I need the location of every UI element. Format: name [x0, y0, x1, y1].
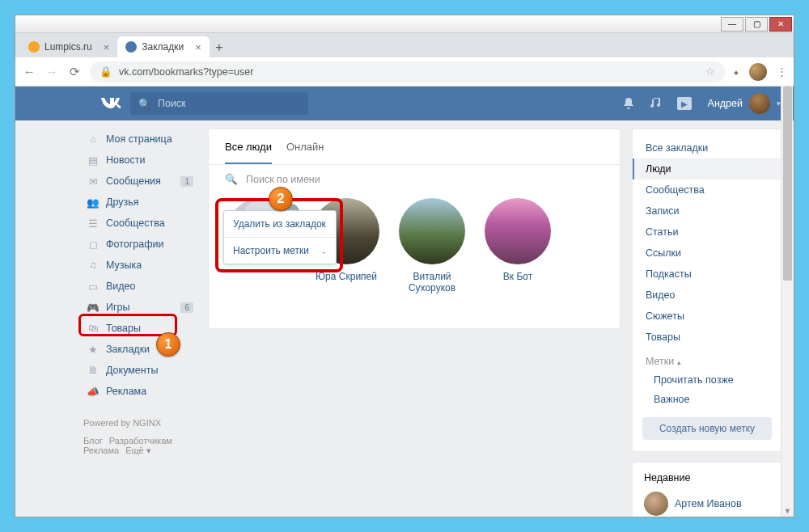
star-icon: ★ — [87, 343, 100, 356]
favicon-icon — [28, 41, 40, 53]
tab-all-people[interactable]: Все люди — [225, 141, 272, 164]
star-icon[interactable]: ☆ — [705, 65, 715, 78]
nav-friends[interactable]: 👥Друзья — [83, 192, 197, 213]
nav-my-page[interactable]: ⌂Моя страница — [83, 129, 197, 150]
browser-menu-icon[interactable]: ⋮ — [777, 65, 787, 78]
filter-links[interactable]: Ссылки — [633, 243, 781, 264]
annotation-callout-1: 1 — [156, 332, 180, 357]
tab-title: Закладки — [142, 41, 184, 53]
person-name: Вк Бот — [503, 271, 532, 282]
browser-tabs: Lumpics.ru × Закладки × + — [15, 33, 794, 57]
filter-video[interactable]: Видео — [633, 285, 781, 306]
ads-icon: 📣 — [87, 385, 100, 398]
window-maximize-button[interactable]: ▢ — [745, 17, 768, 32]
avatar — [749, 93, 770, 114]
back-icon[interactable]: ← — [22, 65, 36, 78]
window-close-button[interactable]: ✕ — [769, 17, 792, 32]
person-name: Виталий Сухоруков — [409, 271, 455, 293]
recent-name: Артем Иванов — [675, 498, 742, 509]
nav-music[interactable]: ♫Музыка — [83, 255, 197, 276]
filter-stories[interactable]: Сюжеты — [633, 306, 781, 327]
recent-item[interactable]: Артем Иванов — [644, 492, 770, 516]
nav-label: Друзья — [106, 196, 139, 208]
news-icon: ▤ — [87, 154, 100, 167]
vk-logo-icon[interactable] — [100, 96, 122, 111]
scrollbar-thumb[interactable] — [783, 87, 792, 281]
nav-groups[interactable]: ☰Сообщества — [83, 213, 197, 234]
bell-icon[interactable] — [622, 97, 635, 110]
nav-label: Новости — [106, 154, 145, 166]
tags-section-title[interactable]: Метки ▴ — [633, 348, 781, 370]
browser-tab-bookmarks[interactable]: Закладки × — [117, 36, 210, 57]
browser-tab-lumpics[interactable]: Lumpics.ru × — [20, 36, 117, 57]
nav-label: Закладки — [106, 344, 150, 355]
window-minimize-button[interactable]: — — [721, 17, 743, 32]
person-card[interactable]: Вк Бот — [482, 198, 553, 293]
tab-close-icon[interactable]: × — [104, 41, 110, 53]
badge: 1 — [180, 176, 193, 187]
play-icon[interactable]: ▶ — [677, 97, 692, 110]
nav-label: Фотографии — [106, 239, 163, 250]
person-name: Юра Скрипей — [316, 271, 377, 282]
profile-button[interactable] — [749, 63, 767, 81]
url-text: vk.com/bookmarks?type=user — [119, 66, 253, 78]
user-menu-button[interactable]: Андрей ▾ — [708, 93, 781, 114]
nav-photos[interactable]: ◻Фотографии — [83, 234, 197, 255]
tag-read-later[interactable]: Прочитать позже — [633, 370, 781, 390]
favicon-icon — [125, 41, 137, 53]
filter-all-bookmarks[interactable]: Все закладки — [633, 137, 781, 158]
scroll-down-icon[interactable]: ▼ — [781, 505, 794, 517]
create-tag-button[interactable]: Создать новую метку — [642, 417, 772, 440]
forward-icon[interactable]: → — [44, 65, 59, 78]
filter-groups[interactable]: Сообщества — [633, 179, 781, 201]
powered-by-text: Powered by NGINX — [83, 418, 197, 428]
bookmarks-people-card: Все люди Онлайн 🔍 Поиск по имени Юра Скр… — [208, 129, 621, 329]
nav-label: Видео — [106, 281, 136, 292]
bookmark-filters-card: Все закладки Люди Сообщества Записи Стат… — [632, 129, 782, 452]
extension-icon[interactable]: ⬥ — [733, 65, 739, 78]
filter-podcasts[interactable]: Подкасты — [633, 264, 781, 285]
person-card[interactable]: Виталий Сухоруков — [396, 198, 468, 293]
music-icon[interactable] — [650, 97, 663, 110]
docs-icon: 🗎 — [87, 364, 100, 377]
nav-label: Документы — [106, 365, 158, 376]
footer-blog-link[interactable]: Блог — [83, 436, 103, 445]
avatar — [399, 198, 465, 264]
badge: 6 — [180, 302, 193, 313]
search-icon: 🔍 — [225, 173, 238, 185]
tag-important[interactable]: Важное — [633, 390, 781, 409]
filter-posts[interactable]: Записи — [633, 201, 781, 222]
lock-icon: 🔒 — [100, 65, 112, 78]
annotation-callout-2: 2 — [269, 187, 293, 211]
people-search-input[interactable]: 🔍 Поиск по имени — [209, 164, 620, 193]
window-titlebar: — ▢ ✕ — [15, 15, 794, 33]
nav-docs[interactable]: 🗎Документы — [83, 360, 197, 381]
nav-label: Реклама — [106, 386, 146, 397]
nav-label: Моя страница — [106, 133, 172, 145]
friends-icon: 👥 — [87, 196, 100, 209]
people-search-placeholder: Поиск по имени — [246, 174, 320, 185]
people-tabs: Все люди Онлайн — [209, 129, 620, 164]
address-bar[interactable]: 🔒 vk.com/bookmarks?type=user ☆ — [90, 61, 725, 82]
vertical-scrollbar[interactable]: ▲ ▼ — [781, 87, 793, 516]
tab-close-icon[interactable]: × — [195, 41, 201, 53]
avatar — [644, 492, 668, 516]
recent-title: Недавние — [644, 472, 770, 483]
footer-devs-link[interactable]: Разработчикам — [109, 436, 172, 445]
nav-ads[interactable]: 📣Реклама — [83, 381, 197, 402]
home-icon: ⌂ — [87, 133, 100, 146]
filter-articles[interactable]: Статьи — [633, 222, 781, 243]
footer-more-link[interactable]: Ещё ▾ — [125, 445, 151, 455]
tab-online[interactable]: Онлайн — [286, 141, 324, 164]
new-tab-button[interactable]: + — [210, 38, 229, 57]
groups-icon: ☰ — [87, 217, 100, 230]
footer-ads-link[interactable]: Реклама — [83, 445, 119, 455]
nav-messages[interactable]: ✉Сообщения1 — [83, 171, 197, 192]
nav-news[interactable]: ▤Новости — [83, 150, 197, 171]
nav-video[interactable]: ▭Видео — [83, 276, 197, 297]
filter-people[interactable]: Люди — [633, 158, 781, 179]
nav-label: Сообщения — [106, 175, 161, 187]
filter-market[interactable]: Товары — [633, 327, 781, 348]
reload-icon[interactable]: ⟳ — [67, 65, 82, 79]
header-search-input[interactable]: 🔍 Поиск — [130, 92, 308, 115]
